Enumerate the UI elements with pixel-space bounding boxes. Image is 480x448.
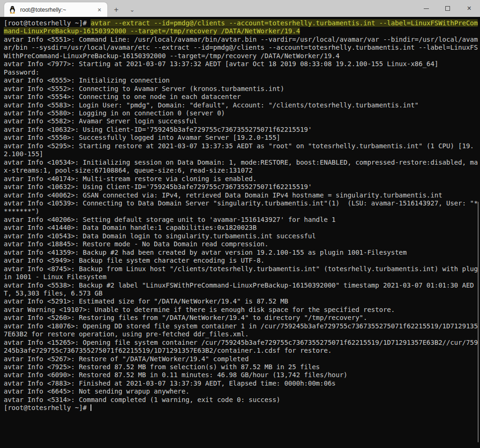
terminal-output-line: avtar Info <8745>: Backup from Linux hos… <box>4 265 479 281</box>
tab-close-icon[interactable]: × <box>95 6 104 14</box>
terminal-output-line: avtar Info <5551>: Command Line: /usr/lo… <box>4 36 479 60</box>
terminal-output-line: avtar Info <5538>: Backup #2 label "Linu… <box>4 281 479 298</box>
minimize-icon <box>424 8 429 9</box>
terminal-output-line: avtar Info <10543>: Data Domain login to… <box>4 232 479 240</box>
terminal-output-line: avtar Info <41359>: Backup #2 had been c… <box>4 249 479 257</box>
terminal-output-line: avtar Info <5291>: Estimated size for "/… <box>4 297 479 305</box>
terminal-tab[interactable]: root@totesrhelly:~ × <box>4 2 107 17</box>
terminal-output-line: avtar Info <5552>: Connecting to Avamar … <box>4 85 479 93</box>
terminal-output-line: avtar Info <7925>: Restored 87.52 MB fro… <box>4 363 479 371</box>
terminal-output-line: avtar Warning <19107>: Unable to determi… <box>4 306 479 314</box>
command-line: [root@totesrhelly ~]# avtar --extract --… <box>4 19 479 36</box>
linux-tux-icon <box>9 6 16 14</box>
terminal-window: root@totesrhelly:~ × + ⌄ × [root@totesrh… <box>0 0 480 448</box>
tab-title: root@totesrhelly:~ <box>20 7 95 13</box>
tab-bar: root@totesrhelly:~ × + ⌄ × <box>0 0 480 17</box>
terminal-output-line: avtar Info <5260>: Restoring files from … <box>4 314 479 322</box>
terminal-output: avtar Info <5551>: Command Line: /usr/lo… <box>4 36 480 404</box>
terminal-viewport[interactable]: [root@totesrhelly ~]# avtar --extract --… <box>0 17 480 448</box>
terminal-output-line: avtar Info <6090>: Restored 87.52 MB in … <box>4 371 479 379</box>
terminal-output-line: avtar Info <10539>: Connecting to Data D… <box>4 199 479 216</box>
terminal-output-line: Password: <box>4 68 479 76</box>
terminal-output-line: avtar Info <40062>: GSAN connected via: … <box>4 191 479 199</box>
terminal-output-line: avtar Info <5554>: Connecting to one nod… <box>4 93 479 101</box>
terminal-output-line: avtar Info <40206>: Setting default stor… <box>4 216 479 224</box>
terminal-output-line: avtar Info <41440>: Data Domain handle:1… <box>4 224 479 232</box>
maximize-icon <box>445 6 450 11</box>
terminal-output-line: avtar Info <18076>: Opening DD stored fi… <box>4 322 479 339</box>
terminal-output-line: avtar Info <5550>: Successfully logged i… <box>4 134 479 142</box>
terminal-output-line: avtar Info <15265>: Opening file system … <box>4 339 479 355</box>
terminal-output-line: avtar Info <5314>: Command completed (1 … <box>4 396 479 404</box>
current-prompt-line: [root@totesrhelly ~]# <box>4 404 479 412</box>
plus-icon: + <box>114 5 119 15</box>
terminal-output-line: avtar Info <5583>: Login User: "pmdg", D… <box>4 101 479 109</box>
text-cursor <box>90 404 91 411</box>
terminal-output-line: avtar Info <5582>: Avamar Server login s… <box>4 117 479 125</box>
close-icon: × <box>467 5 471 12</box>
minimize-button[interactable] <box>415 0 437 17</box>
terminal-output-line: avtar Info <10534>: Initializing session… <box>4 159 479 175</box>
terminal-output-line: avtar Info <7883>: Finished at 2021-03-0… <box>4 380 479 387</box>
terminal-output-line: avtar Info <7977>: Starting at 2021-03-0… <box>4 60 479 68</box>
shell-prompt: [root@totesrhelly ~]# <box>4 404 90 411</box>
terminal-output-line: avtar Info <5295>: Starting restore at 2… <box>4 142 479 159</box>
maximize-button[interactable] <box>437 0 458 17</box>
terminal-output-line: avtar Info <6555>: Initializing connecti… <box>4 76 479 84</box>
terminal-output-line: avtar Info <40174>: Multi-stream restore… <box>4 175 479 183</box>
terminal-output-line: avtar Info <5267>: Restore of "/DATA/Net… <box>4 355 479 363</box>
terminal-output-line: avtar Info <5580>: Logging in on connect… <box>4 109 479 117</box>
terminal-output-line: avtar Info <18845>: Restore mode - No Da… <box>4 240 479 248</box>
window-controls: × <box>415 0 480 17</box>
terminal-output-line: avtar Info <10632>: Using Client-ID='759… <box>4 183 479 191</box>
terminal-output-line: avtar Info <6645>: Not sending wrapup an… <box>4 387 479 395</box>
scrollbar-thumb[interactable] <box>478 202 479 442</box>
chevron-down-icon: ⌄ <box>130 6 135 13</box>
close-button[interactable]: × <box>458 0 480 17</box>
shell-prompt: [root@totesrhelly ~]# <box>4 19 90 27</box>
tab-dropdown-button[interactable]: ⌄ <box>125 2 139 17</box>
terminal-output-line: avtar Info <10632>: Using Client-ID='759… <box>4 126 479 134</box>
terminal-output-line: avtar Info <5949>: Backup file system ch… <box>4 257 479 265</box>
new-tab-button[interactable]: + <box>109 2 123 17</box>
